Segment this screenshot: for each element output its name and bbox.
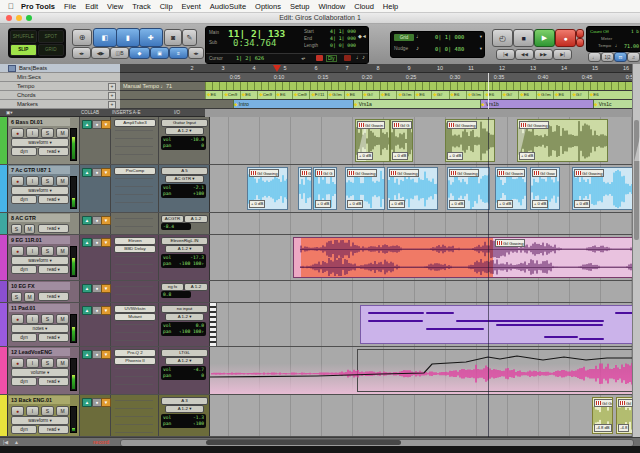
audio-clip[interactable]: Gil Gowin+ 0 dB [495,167,527,210]
insert-slot[interactable]: Phoenix II [114,357,156,365]
meter-label[interactable]: Meter [601,36,612,41]
marker-intro[interactable]: ◆ Intro [233,100,354,108]
insert-slot[interactable]: UVIWrkstn [114,305,156,313]
menu-item-options[interactable]: Options [255,2,281,11]
tempo-value[interactable]: 71.00 [624,43,639,49]
grabber-tool-button[interactable]: ✚ [139,28,163,47]
mute-button[interactable]: M [56,128,69,138]
play-button[interactable]: ▶ [534,29,555,47]
grid-dropdown-icon[interactable]: ▾ [480,34,482,39]
track-name[interactable]: 9 EG 11R.01 [9,236,70,244]
insert-slot-empty[interactable] [115,408,153,411]
chord-event[interactable]: ◆E6 [449,91,460,99]
insert-slot-empty[interactable] [115,178,153,181]
tab-to-transient-button[interactable]: ◆ [129,47,150,59]
add-tempo-event-button[interactable]: + [108,83,116,91]
delay-compensation-badge[interactable]: Dly [326,55,337,62]
audio-clip[interactable]: Gil Gowing+ 0 dB [447,167,490,210]
insert-slot-empty[interactable] [115,256,153,259]
chord-event[interactable]: ◆G#m [327,91,342,99]
clip-gain-badge[interactable]: + 0 dB [574,200,590,208]
pan-row[interactable]: pan‹100 [163,421,204,427]
start-value[interactable]: 4| 1| 000 [330,29,356,34]
tempo-band[interactable] [205,82,640,90]
menu-item-setup[interactable]: Setup [290,2,310,11]
menu-item-event[interactable]: Event [182,2,201,11]
insert-slot-empty[interactable] [115,186,153,189]
chord-event[interactable]: ◆E6 [379,91,390,99]
midi-note[interactable] [496,324,603,326]
automation-mode-selector[interactable]: read ▾ [38,333,69,342]
output-path-selector[interactable]: A 1-2 ▾ [165,313,204,321]
track-color-tab[interactable] [0,347,8,394]
insert-slot-empty[interactable] [115,384,153,387]
zoom-toggle-button[interactable]: ◂▸ [72,47,91,59]
audio-clip[interactable]: Gil Gowing+ 0 dB [345,167,385,210]
automation-param-selector[interactable]: dyn [11,265,37,274]
audio-clip[interactable]: Gil Gowin+ 0 dB [355,119,390,162]
insert-slot-empty[interactable] [115,424,153,427]
solo-button[interactable]: S [41,406,54,416]
grid-value[interactable]: 0| 1| 000 [435,34,464,40]
track-view-selector[interactable]: volume ▾ [11,368,69,377]
automation-mode-selector[interactable]: read ▾ [38,425,69,434]
audio-clip[interactable]: Gil Gow+ 0 dB [530,167,560,210]
track-view-selector[interactable]: waveform ▾ [11,186,69,195]
track-lane[interactable]: Gil Go-4.8 dBGil-4.8 [210,395,640,436]
collab-upload-icon[interactable]: ▲ [82,398,92,407]
insert-slot-empty[interactable] [115,294,153,297]
link-track-edit-button[interactable]: ≡ [169,47,188,59]
solo-button[interactable]: S [41,314,54,324]
return-to-zero-button[interactable]: |◀ [496,49,515,60]
sub-counter-value[interactable]: 0:34.764 [233,38,276,48]
track-color-tab[interactable] [0,213,8,234]
chord-event[interactable]: ◆E6 [205,91,216,99]
pencil-tool-button[interactable]: ✎ [182,29,197,46]
rewind-button[interactable]: ◀◀ [515,49,534,60]
tempo-label[interactable]: Tempo [598,43,611,48]
record-enable-button[interactable]: ● [11,128,24,138]
insert-slot-empty[interactable] [115,324,153,327]
clip-gain-badge[interactable]: + 0 dB [315,200,331,208]
insert-slot[interactable]: BBD Delay [114,245,156,253]
link-timeline-edit-button[interactable]: ▣ [150,47,169,59]
horizontal-scrollbar-thumb[interactable] [206,440,401,445]
clip-gain-badge[interactable]: + 0 dB [447,152,463,160]
stop-button[interactable]: ■ [513,29,534,47]
input-path-selector[interactable]: A 3 [161,397,208,405]
grid-label[interactable]: Grid [394,34,414,41]
tempo-ruler[interactable]: Manual Tempo ♩71 [120,82,640,91]
track-name[interactable]: 7 Ac GTR U87 1 [9,166,70,174]
input-monitor-button[interactable]: I [26,358,39,368]
insert-slot-empty[interactable] [115,368,153,371]
chord-event[interactable]: ◆Cm9 [257,91,272,99]
record-enable-button[interactable]: ● [11,314,24,324]
insert-slot-empty[interactable] [115,218,153,221]
ruler-name-barsbeats[interactable]: Bars|Beats [0,64,120,73]
input-path-selector[interactable]: ACGTR [161,215,184,223]
insert-slot-empty[interactable] [115,272,153,275]
midi-note[interactable] [456,320,604,322]
audio-clip[interactable]: Gil C [298,167,312,210]
track-lane[interactable] [210,347,640,394]
m-button[interactable]: M [24,224,35,234]
output-path-selector[interactable]: A 1-2 ▾ [165,357,204,365]
menu-item-edit[interactable]: Edit [85,2,98,11]
insert-slot[interactable]: Eleven [114,237,156,245]
s-button[interactable]: S [11,292,22,302]
pan-row[interactable]: pan‹100 100› [163,261,204,267]
audio-clip[interactable]: Gil Gowing+ 0 dB [247,167,288,210]
track-view-selector[interactable]: waveform ▾ [11,416,69,425]
solo-button[interactable]: S [41,358,54,368]
track-color-tab[interactable] [0,165,8,212]
input-path-selector[interactable]: A 5 [161,167,208,175]
solo-button[interactable]: S [41,128,54,138]
fast-forward-button[interactable]: ▶▶ [534,49,553,60]
insert-slot[interactable]: Mutant [114,313,156,321]
count-off-button[interactable]: 1|2 [601,52,614,62]
count-off-label[interactable]: Count Off [590,29,609,34]
horizontal-zoom-button[interactable]: ◀▶ [91,47,110,59]
clip-gain-badge[interactable]: -4.8 dB [594,424,612,432]
track-lane[interactable] [210,303,640,346]
record-safe-icon[interactable] [344,55,351,61]
